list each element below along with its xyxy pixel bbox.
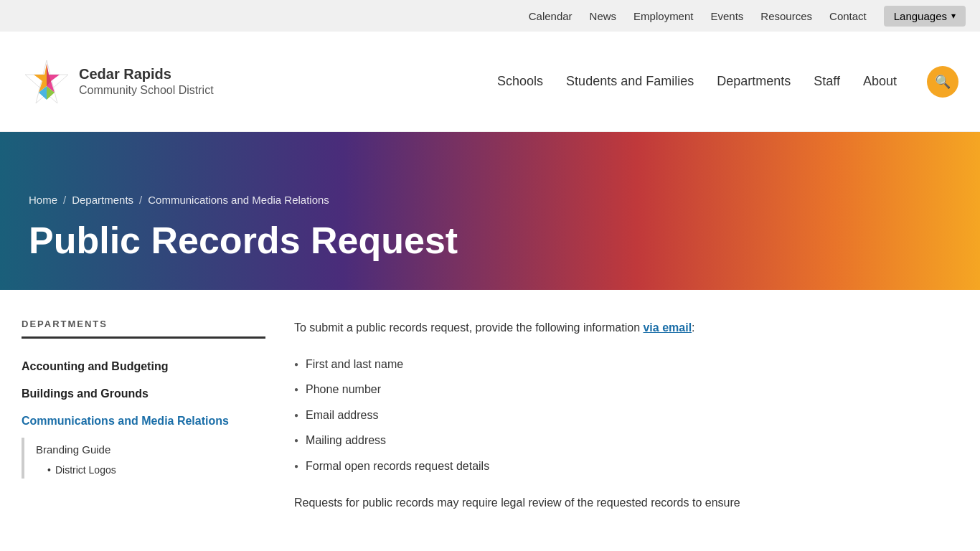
list-item: Email address [294,402,958,428]
sidebar: DEPARTMENTS Accounting and Budgeting Bui… [22,319,265,526]
district-sub: Community School District [79,83,214,98]
sidebar-branding-guide[interactable]: Branding Guide [36,438,265,461]
employment-link[interactable]: Employment [633,10,693,22]
sidebar-item-accounting[interactable]: Accounting and Budgeting [22,353,265,380]
search-icon: 🔍 [935,74,951,90]
intro-paragraph: To submit a public records request, prov… [294,319,958,337]
content-area: DEPARTMENTS Accounting and Budgeting Bui… [0,290,980,551]
top-bar: Calendar News Employment Events Resource… [0,0,980,32]
breadcrumb-sep-1: / [63,194,66,206]
page-title: Public Records Request [29,220,951,261]
logo-link[interactable]: Cedar Rapids Community School District [22,57,214,107]
calendar-link[interactable]: Calendar [529,10,573,22]
via-email-link[interactable]: via email [643,321,692,334]
sidebar-heading: DEPARTMENTS [22,319,265,339]
list-item: Mailing address [294,428,958,453]
district-name: Cedar Rapids [79,65,214,83]
languages-label: Languages [894,10,947,22]
about-nav[interactable]: About [863,74,897,89]
list-item: First and last name [294,352,958,377]
breadcrumb-home[interactable]: Home [29,194,57,206]
closing-paragraph: Requests for public records may require … [294,494,958,512]
schools-nav[interactable]: Schools [497,74,543,89]
main-header: Cedar Rapids Community School District S… [0,32,980,132]
sidebar-item-communications[interactable]: Communications and Media Relations [22,408,265,435]
breadcrumb-current: Communications and Media Relations [148,194,329,206]
chevron-down-icon: ▾ [951,11,956,21]
search-button[interactable]: 🔍 [927,66,958,98]
list-item: Phone number [294,377,958,402]
sidebar-item-buildings[interactable]: Buildings and Grounds [22,380,265,408]
breadcrumb-departments[interactable]: Departments [72,194,133,206]
breadcrumb: Home / Departments / Communications and … [29,194,951,206]
sidebar-district-logos[interactable]: •District Logos [36,461,265,479]
contact-link[interactable]: Contact [829,10,867,22]
bullet-icon: • [47,464,51,476]
breadcrumb-sep-2: / [139,194,142,206]
news-link[interactable]: News [590,10,617,22]
languages-button[interactable]: Languages ▾ [884,6,966,27]
departments-nav[interactable]: Departments [717,74,791,89]
logo-text: Cedar Rapids Community School District [79,65,214,98]
hero-banner: Home / Departments / Communications and … [0,132,980,290]
main-nav: Schools Students and Families Department… [497,66,958,98]
staff-nav[interactable]: Staff [814,74,840,89]
main-content: To submit a public records request, prov… [294,319,958,526]
sidebar-submenu: Branding Guide •District Logos [22,438,265,479]
logo-star-icon [22,57,72,107]
events-link[interactable]: Events [710,10,743,22]
list-item: Formal open records request details [294,453,958,479]
records-list: First and last name Phone number Email a… [294,352,958,479]
students-nav[interactable]: Students and Families [566,74,694,89]
resources-link[interactable]: Resources [760,10,812,22]
